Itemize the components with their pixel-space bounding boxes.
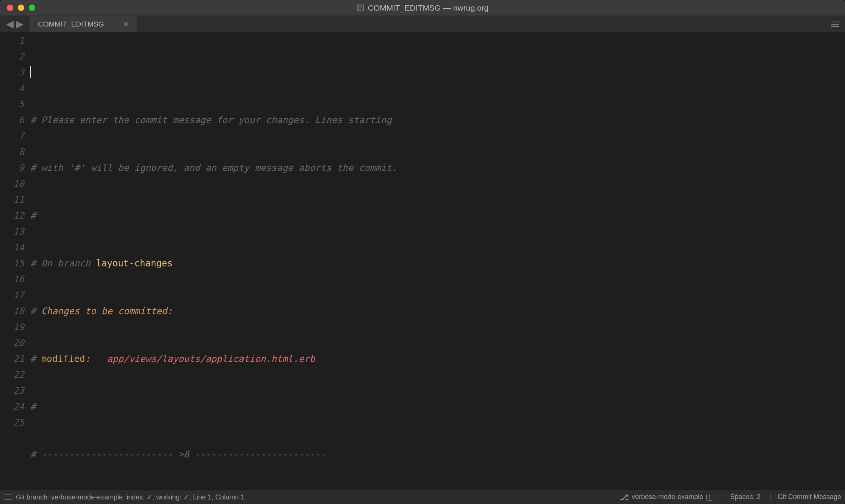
code-line-3: # with '#' will be ignored, and an empty… <box>28 160 845 176</box>
status-syntax[interactable]: Git Commit Message <box>770 493 841 501</box>
tab-bar-menu-button[interactable] <box>825 16 845 32</box>
status-stash-badge: 1 <box>706 494 713 501</box>
title-bar: COMMIT_EDITMSG — nwrug.org <box>0 0 845 16</box>
git-branch-icon: ⎇ <box>620 493 629 502</box>
window-title-text: COMMIT_EDITMSG — nwrug.org <box>368 3 489 13</box>
hamburger-icon <box>831 22 839 27</box>
nav-back-button[interactable]: ◀ <box>6 18 14 30</box>
editor-area[interactable]: 1 2 3 4 5 6 7 8 9 10 11 12 13 14 15 16 1… <box>0 33 845 490</box>
window-title: COMMIT_EDITMSG — nwrug.org <box>357 0 489 16</box>
tab-label: COMMIT_EDITMSG <box>38 20 104 28</box>
editor-window: COMMIT_EDITMSG — nwrug.org ◀ ▶ COMMIT_ED… <box>0 0 845 504</box>
code-line-8: # <box>28 399 845 415</box>
status-branch-name: verbose-mode-example <box>632 493 703 501</box>
status-syntax-label: Git Commit Message <box>778 493 841 501</box>
zoom-window-button[interactable] <box>29 5 35 11</box>
code-content[interactable]: # Please enter the commit message for yo… <box>28 33 845 490</box>
tab-close-button[interactable]: × <box>124 20 128 28</box>
code-line-7: # modified: app/views/layouts/applicatio… <box>28 351 845 367</box>
code-line-1 <box>28 64 845 80</box>
status-right: ⎇ verbose-mode-example 1 Spaces: 2 Git C… <box>620 493 841 502</box>
panel-toggle-icon[interactable] <box>4 495 12 500</box>
nav-arrows: ◀ ▶ <box>0 16 30 32</box>
text-cursor <box>30 66 31 78</box>
code-line-2: # Please enter the commit message for yo… <box>28 112 845 128</box>
nav-forward-button[interactable]: ▶ <box>16 18 23 30</box>
close-window-button[interactable] <box>7 5 13 11</box>
status-branch[interactable]: ⎇ verbose-mode-example 1 <box>620 493 713 502</box>
status-indent[interactable]: Spaces: 2 <box>723 493 760 501</box>
status-git-info: Git branch: verbose-mode-example, index:… <box>16 493 244 501</box>
window-controls <box>7 5 35 11</box>
tab-bar-spacer <box>137 16 825 32</box>
tab-commit-editmsg[interactable]: COMMIT_EDITMSG × <box>30 16 137 32</box>
tab-bar: ◀ ▶ COMMIT_EDITMSG × <box>0 16 845 33</box>
status-bar: Git branch: verbose-mode-example, index:… <box>0 490 845 504</box>
code-line-5: # On branch layout-changes <box>28 255 845 271</box>
code-line-6: # Changes to be committed: <box>28 303 845 319</box>
line-number-gutter: 1 2 3 4 5 6 7 8 9 10 11 12 13 14 15 16 1… <box>0 33 28 490</box>
status-indent-label: Spaces: 2 <box>730 493 760 501</box>
minimize-window-button[interactable] <box>18 5 24 11</box>
file-icon <box>357 4 364 12</box>
code-line-4: # <box>28 208 845 224</box>
code-line-9: # ------------------------ >8 ----------… <box>28 446 845 462</box>
status-left[interactable]: Git branch: verbose-mode-example, index:… <box>4 493 244 501</box>
